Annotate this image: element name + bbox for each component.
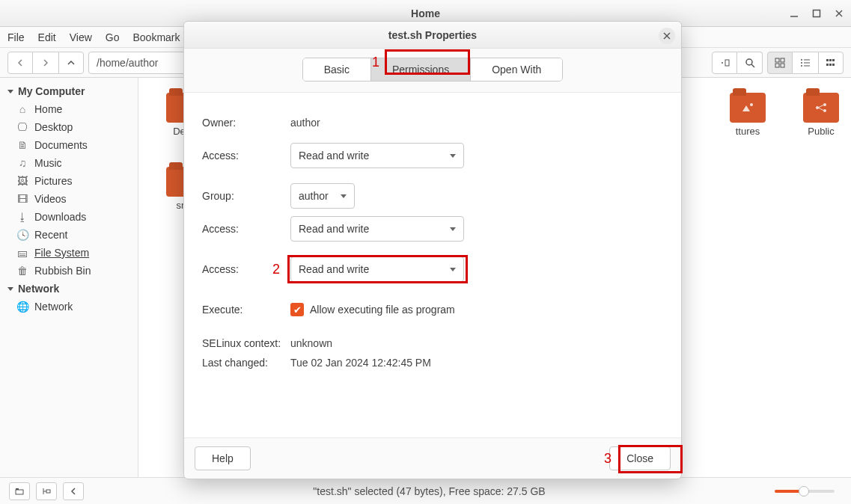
window-controls — [788, 7, 845, 19]
zoom-slider[interactable] — [775, 490, 835, 493]
icon-view-button[interactable] — [767, 52, 793, 74]
music-icon: ♫ — [16, 157, 28, 169]
properties-dialog: test.sh Properties Basic Permissions Ope… — [183, 21, 682, 479]
sidebar-item-downloads[interactable]: ⭳Downloads — [0, 208, 138, 226]
label-others-access: Access: — [202, 263, 290, 275]
sidebar-item-videos[interactable]: 🎞Videos — [0, 190, 138, 208]
menu-view[interactable]: View — [70, 31, 92, 43]
videos-icon: 🎞 — [16, 193, 28, 205]
show-tree-button[interactable] — [36, 482, 57, 500]
path-text: /home/author — [97, 57, 159, 69]
filesystem-icon: 🖴 — [16, 247, 28, 259]
svg-line-29 — [818, 105, 824, 108]
label-owner: Owner: — [202, 117, 290, 129]
label-group: Group: — [202, 190, 290, 202]
svg-point-16 — [801, 65, 802, 67]
sidebar-item-rubbish[interactable]: 🗑Rubbish Bin — [0, 262, 138, 280]
svg-rect-20 — [832, 59, 835, 61]
menu-go[interactable]: Go — [106, 31, 120, 43]
svg-rect-1 — [814, 10, 820, 16]
svg-line-7 — [751, 64, 754, 67]
sidebar: My Computer ⌂Home 🖵Desktop 🗎Documents ♫M… — [0, 78, 138, 477]
sidebar-item-home[interactable]: ⌂Home — [0, 100, 138, 118]
select-owner-access[interactable]: Read and write — [290, 143, 464, 168]
documents-icon: 🗎 — [16, 139, 28, 151]
dialog-footer: Help Close — [184, 438, 681, 479]
nav-up-button[interactable] — [58, 52, 84, 74]
file-item-public[interactable]: Public — [803, 93, 839, 462]
tab-open-with[interactable]: Open With — [471, 58, 562, 81]
sidebar-item-recent[interactable]: 🕓Recent — [0, 226, 138, 244]
sidebar-item-filesystem[interactable]: 🖴File System — [0, 244, 138, 262]
toolbar-right — [712, 52, 844, 74]
list-view-button[interactable] — [793, 52, 818, 74]
label-selinux: SELinux context: — [202, 337, 290, 349]
select-others-access[interactable]: Read and write — [290, 256, 464, 282]
nav-forward-button[interactable] — [33, 52, 58, 74]
home-icon: ⌂ — [16, 103, 28, 115]
svg-rect-23 — [832, 64, 835, 66]
menu-bookmarks[interactable]: Bookmark — [132, 31, 180, 43]
close-button[interactable]: Close — [609, 446, 671, 470]
label-last-changed: Last changed: — [202, 357, 290, 369]
svg-point-6 — [746, 59, 752, 65]
network-icon: 🌐 — [16, 301, 28, 313]
label-owner-access: Access: — [202, 150, 290, 162]
label-execute-text: Allow executing file as program — [310, 304, 455, 316]
pictures-icon: 🖼 — [16, 175, 28, 187]
close-sidepane-button[interactable] — [63, 482, 84, 500]
menu-edit[interactable]: Edit — [38, 31, 56, 43]
desktop-icon: 🖵 — [16, 121, 28, 133]
trash-icon: 🗑 — [16, 265, 28, 277]
svg-point-5 — [722, 62, 723, 64]
svg-rect-22 — [829, 64, 832, 66]
file-item-pictures[interactable]: ttures — [730, 93, 766, 462]
folder-icon — [730, 93, 766, 123]
sidebar-header-network[interactable]: Network — [0, 280, 138, 298]
nav-group — [7, 52, 84, 74]
svg-rect-21 — [826, 64, 829, 66]
svg-line-30 — [818, 108, 824, 111]
minimize-button[interactable] — [788, 7, 800, 19]
downloads-icon: ⭳ — [16, 211, 28, 223]
sidebar-item-pictures[interactable]: 🖼Pictures — [0, 172, 138, 190]
status-text: "test.sh" selected (47 bytes), Free spac… — [84, 485, 775, 497]
nav-back-button[interactable] — [7, 52, 33, 74]
show-places-button[interactable] — [9, 482, 30, 500]
search-button[interactable] — [737, 52, 763, 74]
compact-view-button[interactable] — [818, 52, 844, 74]
help-button[interactable]: Help — [195, 446, 251, 470]
sidebar-item-music[interactable]: ♫Music — [0, 154, 138, 172]
dialog-body: Owner: author Access: Read and write Gro… — [184, 92, 681, 438]
sidebar-item-desktop[interactable]: 🖵Desktop — [0, 118, 138, 136]
svg-rect-35 — [46, 490, 50, 493]
select-group-access[interactable]: Read and write — [290, 216, 464, 242]
sidebar-item-network[interactable]: 🌐Network — [0, 298, 138, 316]
sidebar-item-documents[interactable]: 🗎Documents — [0, 136, 138, 154]
toggle-path-button[interactable] — [712, 52, 737, 74]
svg-rect-8 — [775, 58, 779, 62]
value-selinux: unknown — [290, 337, 332, 349]
window-title: Home — [411, 7, 440, 19]
recent-icon: 🕓 — [16, 229, 28, 241]
label-group-access: Access: — [202, 223, 290, 235]
menu-file[interactable]: File — [7, 31, 25, 43]
checkbox-execute[interactable]: ✔ — [290, 303, 304, 316]
dialog-close-button[interactable] — [659, 28, 675, 44]
dialog-tabs: Basic Permissions Open With — [184, 49, 681, 92]
svg-rect-19 — [829, 59, 832, 61]
sidebar-header-mycomputer[interactable]: My Computer — [0, 82, 138, 100]
dialog-titlebar: test.sh Properties — [184, 22, 681, 49]
svg-rect-18 — [826, 59, 829, 61]
tab-basic[interactable]: Basic — [303, 58, 371, 81]
folder-icon — [803, 93, 839, 123]
svg-point-25 — [750, 103, 753, 106]
tab-permissions[interactable]: Permissions — [371, 58, 471, 81]
select-group[interactable]: author — [290, 183, 355, 209]
svg-rect-11 — [781, 64, 784, 67]
close-button[interactable] — [833, 7, 845, 19]
dialog-title: test.sh Properties — [388, 29, 477, 41]
value-owner: author — [290, 117, 320, 129]
maximize-button[interactable] — [811, 7, 823, 19]
svg-marker-24 — [742, 105, 750, 111]
